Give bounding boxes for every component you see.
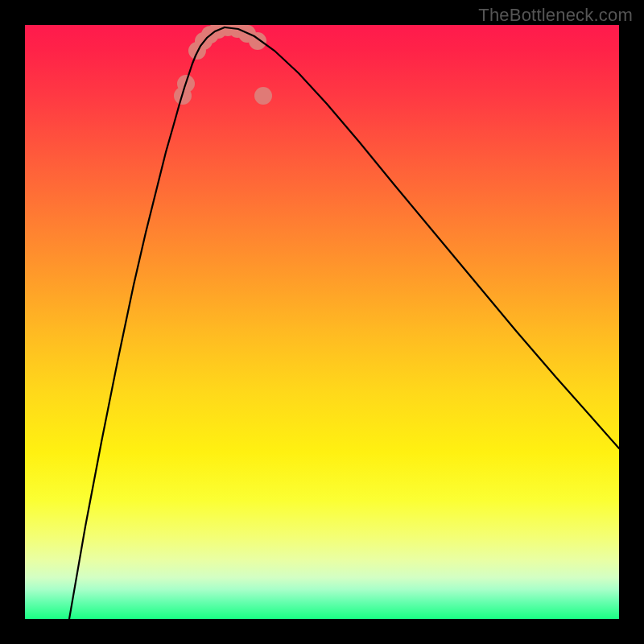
- chart-frame: TheBottleneck.com: [0, 0, 644, 644]
- highlight-dot: [254, 87, 272, 105]
- curves-layer: [25, 25, 619, 619]
- left-curve: [69, 27, 225, 619]
- plot-area: [25, 25, 619, 619]
- highlight-dots: [174, 25, 272, 105]
- watermark-text: TheBottleneck.com: [478, 5, 633, 26]
- right-curve: [225, 27, 619, 448]
